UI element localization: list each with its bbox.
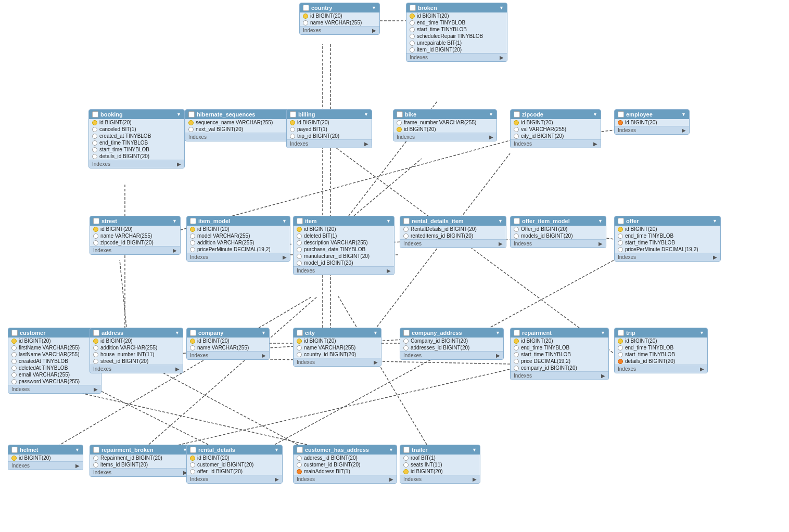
table-offer[interactable]: offer ▼ id BIGINT(20) end_time TINYBLOB … [614, 216, 721, 262]
table-repairment-broken[interactable]: repairment_broken ▼ Repairment_id BIGINT… [90, 445, 191, 477]
table-hibernate-sequences[interactable]: hibernate_sequences ▼ sequence_name VARC… [185, 109, 294, 141]
table-header-employee: employee ▼ [615, 110, 689, 119]
table-booking[interactable]: booking ▼ id BIGINT(20) canceled BIT(1) … [88, 109, 185, 168]
table-company[interactable]: company ▼ id BIGINT(20) name VARCHAR(255… [186, 328, 270, 360]
field-broken-unrepairable: unrepairable BIT(1) [406, 40, 507, 46]
indexes-company[interactable]: Indexes ▶ [187, 351, 269, 359]
table-header-repairment: repairment ▼ [511, 328, 608, 338]
indexes-broken[interactable]: Indexes ▶ [406, 53, 507, 61]
indexes-hibernate[interactable]: Indexes ▶ [185, 133, 294, 141]
table-trip[interactable]: trip ▼ id BIGINT(20) end_time TINYBLOB s… [614, 328, 708, 373]
table-header-helmet: helmet ▼ [8, 445, 83, 455]
indexes-item-model[interactable]: Indexes ▶ [187, 253, 290, 261]
table-bike[interactable]: bike ▼ frame_number VARCHAR(255) id BIGI… [393, 109, 497, 141]
table-city[interactable]: city ▼ id BIGINT(20) name VARCHAR(255) c… [293, 328, 381, 367]
field-broken-item_id: item_id BIGINT(20) [406, 46, 507, 53]
table-helmet[interactable]: helmet ▼ id BIGINT(20) Indexes ▶ [8, 445, 83, 470]
indexes-address[interactable]: Indexes ▶ [90, 365, 183, 373]
svg-line-19 [68, 390, 307, 445]
indexes-helmet[interactable]: Indexes ▶ [8, 461, 83, 470]
indexes-zipcode[interactable]: Indexes ▶ [511, 139, 601, 148]
table-header-offer: offer ▼ [615, 216, 720, 226]
indexes-item[interactable]: Indexes ▶ [294, 266, 394, 275]
indexes-repairment-broken[interactable]: Indexes ▶ [90, 468, 190, 476]
table-header-item: item ▼ [294, 216, 394, 226]
table-zipcode[interactable]: zipcode ▼ id BIGINT(20) val VARCHAR(255)… [510, 109, 601, 148]
table-header-offer-item-model: offer_item_model ▼ [511, 216, 606, 226]
table-customer-has-address[interactable]: customer_has_address ▼ address_id BIGINT… [293, 445, 397, 484]
table-header-broken: broken ▼ [406, 3, 507, 12]
table-customer[interactable]: customer ▼ id BIGINT(20) firstName VARCH… [8, 328, 101, 394]
field-broken-end_time: end_time TINYBLOB [406, 19, 507, 26]
indexes-company-address[interactable]: Indexes ▶ [400, 351, 503, 359]
table-header-bike: bike ▼ [393, 110, 497, 119]
table-rental-details-item[interactable]: rental_details_item ▼ RentalDetails_id B… [400, 216, 506, 248]
indexes-street[interactable]: Indexes ▶ [90, 246, 180, 254]
table-header-street: street ▼ [90, 216, 180, 226]
svg-line-16 [146, 369, 510, 452]
indexes-trip[interactable]: Indexes ▶ [615, 365, 707, 373]
table-trailer[interactable]: trailer ▼ roof BIT(1) seats INT(11) id B… [400, 445, 480, 484]
erd-diagram: country ▼ id BIGINT(20) name VARCHAR(255… [0, 0, 789, 532]
table-broken[interactable]: broken ▼ id BIGINT(20) end_time TINYBLOB… [406, 3, 507, 62]
indexes-bike[interactable]: Indexes ▶ [393, 133, 497, 141]
table-header-rental-details-item: rental_details_item ▼ [400, 216, 506, 226]
table-address[interactable]: address ▼ id BIGINT(20) addition VARCHAR… [90, 328, 183, 373]
table-header-zipcode: zipcode ▼ [511, 110, 601, 119]
indexes-customer[interactable]: Indexes ▶ [8, 385, 101, 393]
table-header-city: city ▼ [294, 328, 381, 338]
table-employee[interactable]: employee ▼ id BIGINT(20) Indexes ▶ [614, 109, 690, 135]
table-header-trip: trip ▼ [615, 328, 707, 338]
table-item[interactable]: item ▼ id BIGINT(20) deleted BIT(1) desc… [293, 216, 394, 275]
field-broken-scheduledRepair: scheduledRepair TINYBLOB [406, 33, 507, 40]
table-header-item-model: item_model ▼ [187, 216, 290, 226]
indexes-country[interactable]: Indexes ▶ [300, 26, 379, 34]
field-broken-id: id BIGINT(20) [406, 12, 507, 19]
indexes-offer[interactable]: Indexes ▶ [615, 253, 720, 261]
table-header-billing: billing ▼ [287, 110, 372, 119]
table-header-company-address: company_address ▼ [400, 328, 503, 338]
table-header-country: country ▼ [300, 3, 379, 12]
indexes-offer-item-model[interactable]: Indexes ▶ [511, 239, 606, 248]
table-street[interactable]: street ▼ id BIGINT(20) name VARCHAR(255)… [90, 216, 181, 255]
field-broken-start_time: start_time TINYBLOB [406, 26, 507, 33]
table-item-model[interactable]: item_model ▼ id BIGINT(20) model VARCHAR… [186, 216, 290, 262]
table-header-repairment-broken: repairment_broken ▼ [90, 445, 190, 455]
indexes-booking[interactable]: Indexes ▶ [89, 160, 184, 168]
indexes-city[interactable]: Indexes ▶ [294, 358, 381, 366]
indexes-billing[interactable]: Indexes ▶ [287, 139, 372, 148]
table-company-address[interactable]: company_address ▼ Company_id BIGINT(20) … [400, 328, 504, 360]
table-header-company: company ▼ [187, 328, 269, 338]
svg-line-8 [354, 159, 422, 216]
indexes-trailer[interactable]: Indexes ▶ [400, 475, 480, 483]
svg-line-24 [338, 296, 427, 445]
table-rental-details[interactable]: rental_details ▼ id BIGINT(20) customer_… [186, 445, 283, 484]
table-repairment[interactable]: repairment ▼ id BIGINT(20) end_time TINY… [510, 328, 609, 380]
indexes-rental-details-item[interactable]: Indexes ▶ [400, 239, 506, 248]
table-icon-broken [410, 5, 416, 11]
indexes-repairment[interactable]: Indexes ▶ [511, 371, 608, 380]
dot-icon [303, 20, 308, 25]
table-header-booking: booking ▼ [89, 110, 184, 119]
table-header-trailer: trailer ▼ [400, 445, 480, 455]
table-icon-country [303, 5, 309, 11]
table-header-address: address ▼ [90, 328, 183, 338]
table-header-hibernate: hibernate_sequences ▼ [185, 110, 294, 119]
table-offer-item-model[interactable]: offer_item_model ▼ Offer_id BIGINT(20) m… [510, 216, 606, 248]
indexes-rental-details[interactable]: Indexes ▶ [187, 475, 282, 483]
svg-line-20 [156, 369, 312, 452]
field-country-id: id BIGINT(20) [300, 12, 379, 19]
table-billing[interactable]: billing ▼ id BIGINT(20) payed BIT(1) tri… [286, 109, 372, 148]
indexes-customer-has-address[interactable]: Indexes ▶ [294, 475, 397, 483]
key-icon [303, 14, 308, 19]
table-country[interactable]: country ▼ id BIGINT(20) name VARCHAR(255… [299, 3, 380, 35]
table-header-rental-details: rental_details ▼ [187, 445, 282, 455]
field-country-name: name VARCHAR(255) [300, 19, 379, 26]
table-header-customer: customer ▼ [8, 328, 101, 338]
table-header-customer-has-address: customer_has_address ▼ [294, 445, 397, 455]
indexes-employee[interactable]: Indexes ▶ [615, 126, 689, 134]
